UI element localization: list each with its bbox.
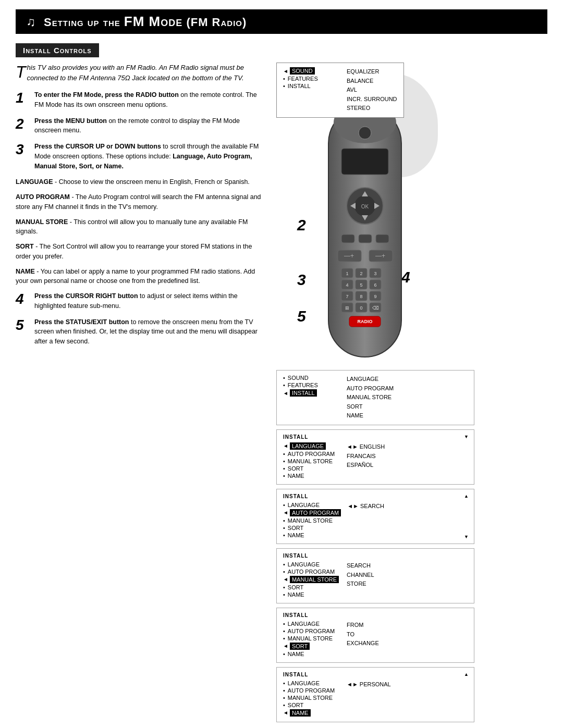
svg-rect-12 — [359, 235, 372, 243]
step-content-2: Press the MENU button on the remote cont… — [34, 116, 266, 136]
svg-text:4: 4 — [346, 282, 348, 288]
menu-panel-5: INSTALL • LANGUAGE • AUTO PROGRAM • — [276, 608, 474, 663]
svg-text:⊞: ⊞ — [345, 305, 349, 311]
sound-menu-right: EQUALIZER BALANCE AVL INCR. SURROUND STE… — [347, 67, 397, 113]
panel6-language: • LANGUAGE — [283, 680, 340, 686]
panel6-autoprog: • AUTO PROGRAM — [283, 687, 340, 694]
panel4-title: INSTALL — [283, 553, 468, 559]
svg-text:2: 2 — [360, 271, 362, 276]
panel5-autoprog: • AUTO PROGRAM — [283, 628, 340, 634]
feature-name: NAME - You can label or apply a name to … — [16, 267, 266, 287]
menu-panel-1: • SOUND • FEATURES ◄ INSTALL LA — [276, 370, 474, 425]
svg-text:OK: OK — [361, 204, 369, 209]
section-header: Install Controls — [16, 43, 99, 57]
panel4-autoprog: • AUTO PROGRAM — [283, 569, 340, 575]
panel2-manstore: • MANUAL STORE — [283, 458, 340, 464]
intro-text: This TV also provides you with an FM Rad… — [16, 63, 266, 83]
svg-text:5: 5 — [360, 282, 362, 288]
panel4-language: • LANGUAGE — [283, 561, 340, 567]
remote-area: ◄ SOUND • FEATURES • INSTALL EQ — [276, 63, 474, 365]
panel2-name: • NAME — [283, 473, 340, 479]
step-content-5: Press the STATUS/EXIT button to remove t… — [34, 317, 266, 347]
step-num-3: 3 — [16, 142, 30, 158]
page-header: ♫ Setting up the FM Mode (FM Radio) — [16, 9, 547, 34]
svg-rect-3 — [341, 149, 388, 175]
panel4-manstore: ◄ MANUAL STORE — [283, 576, 340, 583]
svg-text:—: — — [344, 252, 350, 260]
svg-text:1: 1 — [346, 271, 348, 276]
panel5-right: FROM TO EXCHANGE — [347, 621, 379, 648]
panel3-right: ◄► SEARCH — [347, 502, 384, 511]
menu-panel-6: INSTALL ▲ • LANGUAGE • AUTO PROGRAM • — [276, 667, 474, 722]
svg-text:8: 8 — [360, 294, 362, 299]
svg-text:RADIO: RADIO — [358, 319, 373, 324]
panel1-sound: • SOUND — [283, 375, 340, 381]
feature-sort: SORT - The Sort Control will allow you t… — [16, 242, 266, 262]
panel1-features: • FEATURES — [283, 382, 340, 388]
svg-point-2 — [359, 127, 371, 139]
panel1-right: LANGUAGE AUTO PROGRAM MANUAL STORE SORT … — [347, 375, 394, 421]
overlay-5: 5 — [297, 307, 306, 325]
right-column: ◄ SOUND • FEATURES • INSTALL EQ — [276, 63, 474, 726]
panel3-name: • NAME — [283, 532, 341, 538]
step-content-3: Press the CURSOR UP or DOWN buttons to s… — [34, 142, 266, 171]
panel6-name: ◄ NAME — [283, 709, 340, 717]
feature-auto-program: AUTO PROGRAM - The Auto Program control … — [16, 192, 266, 212]
svg-text:0: 0 — [360, 305, 362, 311]
panel4-name: • NAME — [283, 591, 340, 598]
left-column: This TV also provides you with an FM Rad… — [16, 63, 276, 726]
sound-menu-sound: ◄ SOUND — [283, 67, 340, 75]
sound-menu-features: • FEATURES — [283, 76, 340, 82]
panel2-language: ◄ LANGUAGE — [283, 442, 340, 450]
svg-rect-11 — [341, 235, 354, 243]
remote-image: OK — + — + — [313, 91, 417, 364]
panel2-title: INSTALL — [283, 434, 468, 440]
menu-panel-2: INSTALL ▼ ◄ LANGUAGE • AUTO PROGRAM • — [276, 429, 474, 485]
panel1-install: ◄ INSTALL — [283, 389, 340, 397]
panel4-right: SEARCH CHANNEL STORE — [347, 561, 374, 589]
menu-panel-3: INSTALL ▲ ▼ • LANGUAGE ◄ AUTO PROGRAM — [276, 489, 474, 544]
menu-panel-4: INSTALL • LANGUAGE • AUTO PROGRAM ◄ — [276, 548, 474, 603]
panel2-autoprog: • AUTO PROGRAM — [283, 451, 340, 457]
panel3-manstore: • MANUAL STORE — [283, 517, 341, 524]
panel3-title: INSTALL — [283, 493, 468, 499]
panel5-language: • LANGUAGE — [283, 621, 340, 627]
menu-panels: • SOUND • FEATURES ◄ INSTALL LA — [276, 370, 474, 726]
svg-text:7: 7 — [346, 294, 348, 299]
step-content-1: To enter the FM Mode, press the RADIO bu… — [34, 90, 266, 110]
panel6-title: INSTALL — [283, 672, 468, 677]
step-5: 5 Press the STATUS/EXIT button to remove… — [16, 317, 266, 347]
panel3-language: • LANGUAGE — [283, 502, 341, 508]
step-num-5: 5 — [16, 317, 30, 334]
panel2-sort: • SORT — [283, 465, 340, 472]
panel3-sort: • SORT — [283, 525, 341, 531]
feature-manual-store: MANUAL STORE - This control will allow y… — [16, 217, 266, 237]
page-title: Setting up the FM Mode (FM Radio) — [44, 14, 247, 30]
panel3-autoprog: ◄ AUTO PROGRAM — [283, 509, 341, 516]
panel5-manstore: • MANUAL STORE — [283, 635, 340, 641]
svg-text:9: 9 — [374, 294, 376, 299]
svg-text:—: — — [375, 252, 382, 260]
panel5-title: INSTALL — [283, 612, 468, 618]
svg-rect-13 — [376, 235, 389, 243]
svg-text:6: 6 — [374, 282, 376, 288]
step-3: 3 Press the CURSOR UP or DOWN buttons to… — [16, 142, 266, 171]
panel4-sort: • SORT — [283, 584, 340, 590]
sound-menu-install: • INSTALL — [283, 83, 340, 89]
sound-menu-box: ◄ SOUND • FEATURES • INSTALL EQ — [276, 63, 404, 118]
step-2: 2 Press the MENU button on the remote co… — [16, 116, 266, 136]
panel6-right: ◄► PERSONAL — [347, 680, 391, 689]
step-1: 1 To enter the FM Mode, press the RADIO … — [16, 90, 266, 110]
panel5-name: • NAME — [283, 651, 340, 657]
overlay-3b: 3 — [297, 271, 306, 289]
svg-text:3: 3 — [374, 271, 376, 276]
panel2-right: ◄► ENGLISH FRANCAIS ESPAÑOL — [347, 442, 385, 470]
svg-text:+: + — [350, 252, 354, 260]
panel5-sort: ◄ SORT — [283, 643, 340, 650]
step-num-1: 1 — [16, 90, 30, 106]
music-icon: ♫ — [26, 15, 35, 29]
step-num-2: 2 — [16, 116, 30, 132]
step-4: 4 Press the CURSOR RIGHT button to adjus… — [16, 291, 266, 311]
step-num-4: 4 — [16, 291, 30, 307]
panel6-sort: • SORT — [283, 702, 340, 708]
